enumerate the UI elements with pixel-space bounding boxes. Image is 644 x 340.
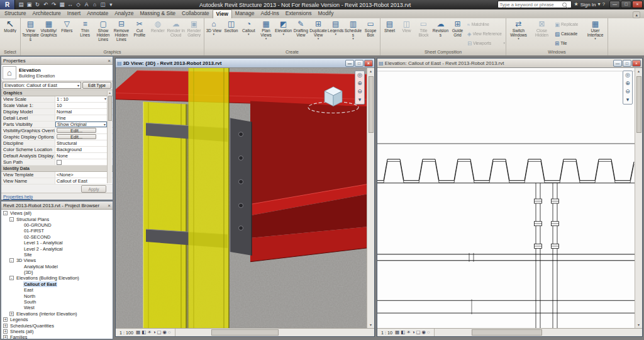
ribbon-tab[interactable]: Add-Ins <box>258 9 282 18</box>
tree-item[interactable]: - 3D Views <box>1 258 113 263</box>
ribbon-small-button[interactable]: ⊟ Viewports ▾ <box>466 38 505 48</box>
property-row[interactable]: View Name Callout of East <box>1 178 113 184</box>
tree-item[interactable]: Level 1 - Analytical <box>1 240 113 246</box>
tree-item[interactable]: Site <box>1 252 113 258</box>
ribbon-button[interactable]: ▽ Filters <box>58 19 76 48</box>
ribbon-tab[interactable]: Annotate <box>84 9 111 18</box>
viewbar-icon[interactable]: ◑ <box>412 329 415 336</box>
tree-expand-icon[interactable] <box>17 235 21 239</box>
scrollbar-thumb[interactable] <box>369 76 374 133</box>
ribbon-tab[interactable]: View <box>213 9 232 18</box>
property-row[interactable]: Parts Visibility Show Original <box>1 122 113 128</box>
scrollbar-thumb[interactable] <box>472 329 542 336</box>
tree-item[interactable]: - Structural Plans <box>1 216 113 222</box>
ribbon-button[interactable]: ⇄ Switch Windows ▾ <box>507 19 530 48</box>
ribbon-tab[interactable]: Collaborate <box>179 9 212 18</box>
ribbon-button[interactable]: ▢ Show Hidden Lines <box>94 19 113 48</box>
tree-item[interactable]: - Elevations (Building Elevation) <box>1 275 113 281</box>
tree-item[interactable]: Callout of East <box>1 281 113 287</box>
ribbon-tab[interactable]: Extensions <box>282 9 315 18</box>
ribbon-small-button[interactable]: ≈ Matchline <box>466 20 505 29</box>
ribbon-button[interactable]: ◔ Callout ▾ <box>240 19 257 48</box>
scrollbar-thumb[interactable] <box>211 329 279 336</box>
property-value[interactable] <box>55 159 107 165</box>
panel-label-windows[interactable]: Windows <box>506 48 608 55</box>
navigation-icon[interactable]: ▾ <box>358 96 362 104</box>
viewbar-icon[interactable]: ◌ <box>168 329 170 336</box>
viewbar-icon[interactable]: ▢ <box>157 329 161 336</box>
navigation-icon[interactable]: ▾ <box>626 96 630 104</box>
window-button[interactable]: □ <box>623 60 631 67</box>
window-titlebar-3d[interactable]: ▤ 3D View: {3D} - Revit 2013-Robot 2013.… <box>116 59 374 67</box>
tree-expand-icon[interactable] <box>17 282 21 286</box>
window-titlebar-elevation[interactable]: ▤ Elevation: Callout of East - Revit 201… <box>377 59 642 67</box>
tree-expand-icon[interactable]: + <box>3 324 8 328</box>
qat-icon[interactable]: ↔ <box>66 1 74 9</box>
ribbon-button[interactable]: ✎ Drafting View <box>292 19 310 48</box>
ribbon-button[interactable]: ◩ Elevation ▾ <box>275 19 292 48</box>
property-row[interactable]: Sun Path <box>1 159 113 166</box>
tree-item[interactable]: West <box>1 305 113 310</box>
window-button[interactable]: — <box>345 60 354 67</box>
edit-type-button[interactable]: Edit Type <box>82 82 111 89</box>
window-button[interactable]: □ <box>355 60 364 67</box>
viewbar-icon[interactable]: ◉ <box>163 329 167 336</box>
tree-item[interactable]: Level 2 - Analytical <box>1 246 113 251</box>
tree-expand-icon[interactable] <box>17 223 21 227</box>
property-row[interactable]: Graphic Display Options Edit... <box>1 134 113 140</box>
viewbar-icon[interactable]: ◧ <box>401 329 405 336</box>
qat-icon[interactable]: ↷ <box>50 1 58 9</box>
property-value[interactable]: Edit... <box>57 128 96 133</box>
ribbon-small-button[interactable]: ⊞ Tile <box>553 38 584 48</box>
viewbar-icon[interactable]: ◌ <box>427 329 430 336</box>
ribbon-button[interactable]: ▤ Sheet <box>381 19 398 48</box>
viewbar-icon[interactable]: ☀ <box>147 329 152 336</box>
ribbon-button[interactable]: ▤ View Templates <box>21 19 40 48</box>
tree-expand-icon[interactable] <box>17 247 21 251</box>
tree-expand-icon[interactable]: + <box>3 317 8 322</box>
property-value[interactable]: None <box>55 153 107 159</box>
qat-icon[interactable]: ↻ <box>33 1 42 9</box>
tree-expand-icon[interactable] <box>17 270 21 275</box>
search-input[interactable] <box>499 2 562 8</box>
close-icon[interactable]: × <box>108 58 111 64</box>
tree-expand-icon[interactable]: + <box>3 335 8 339</box>
ribbon-tab[interactable]: Massing & Site <box>136 9 179 18</box>
ribbon-tab[interactable]: Modify <box>314 9 336 18</box>
ribbon-small-button[interactable]: ▣ Replicate <box>553 20 584 29</box>
panel-label-select[interactable]: Select <box>0 48 20 55</box>
scroll-down-icon[interactable]: ▾ <box>370 322 372 328</box>
property-value[interactable]: Background <box>55 147 107 152</box>
ribbon-button[interactable]: ▦ User Interface ▾ <box>584 19 607 48</box>
qat-icon[interactable]: ▾ <box>107 1 115 9</box>
type-selector-dropdown[interactable]: Elevation: Callout of East ▾ <box>3 82 81 89</box>
vertical-scrollbar[interactable]: ▴ ▾ <box>367 68 374 328</box>
navigation-icon[interactable]: ⊕ <box>625 79 630 88</box>
tree-expand-icon[interactable] <box>17 305 21 310</box>
tree-item[interactable]: 01-FIRST <box>1 228 113 234</box>
elevation-viewport[interactable]: ◎⊕⊖▾ <box>377 68 635 328</box>
ribbon-button[interactable]: ◍ Render <box>148 19 167 48</box>
window-button[interactable]: × <box>364 60 373 67</box>
horizontal-scrollbar[interactable] <box>175 329 374 336</box>
tree-item[interactable]: {3D} <box>1 269 113 275</box>
tree-expand-icon[interactable] <box>17 241 21 245</box>
property-value[interactable]: 10 <box>55 103 107 108</box>
favorites-star-icon[interactable]: ★ <box>574 1 578 8</box>
navigation-icon[interactable]: ⊕ <box>357 79 362 88</box>
tree-expand-icon[interactable]: - <box>9 258 14 263</box>
window-button[interactable]: × <box>632 1 643 8</box>
ribbon-button[interactable]: ✂ Cut Profile <box>130 19 148 48</box>
scroll-up-icon[interactable]: ▴ <box>638 68 640 74</box>
ribbon-tab[interactable]: Manage <box>232 9 258 18</box>
qat-icon[interactable]: ◫ <box>99 1 107 9</box>
navigation-icon[interactable]: ⊖ <box>625 88 630 96</box>
revit-logo[interactable]: R <box>0 0 15 9</box>
qat-icon[interactable]: ▣ <box>25 1 33 9</box>
tree-expand-icon[interactable] <box>17 229 21 233</box>
tree-expand-icon[interactable] <box>17 294 21 298</box>
ribbon-small-button[interactable]: ▧ Cascade <box>553 29 584 38</box>
ribbon-button[interactable]: ☁ Render in Cloud <box>167 19 185 48</box>
property-row[interactable]: Detail Level Fine <box>1 115 113 122</box>
section-graphics[interactable]: Graphics <box>1 90 113 96</box>
